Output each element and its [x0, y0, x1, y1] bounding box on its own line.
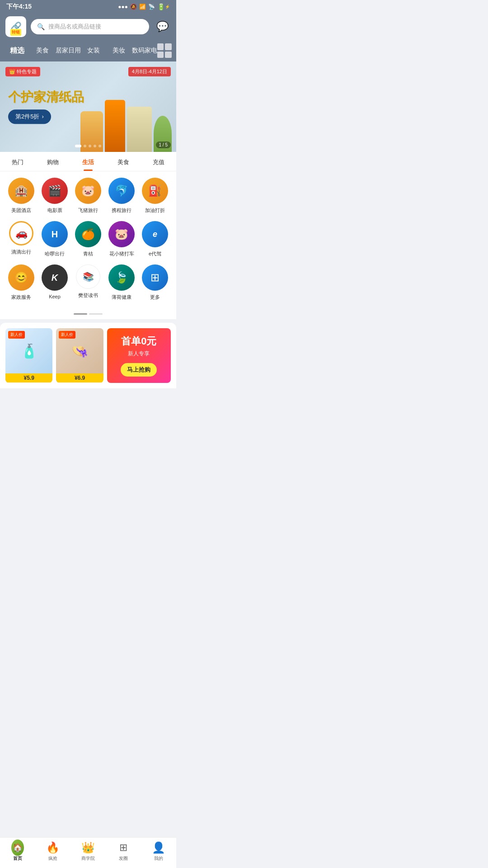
- banner-dot-5: [99, 145, 101, 147]
- banner-date: 4月8日-4月12日: [128, 67, 171, 76]
- service-didi[interactable]: 🚗 滴滴出行: [6, 221, 36, 257]
- more-icon: ⊞: [142, 264, 168, 291]
- cat-tab-food[interactable]: 美食: [106, 156, 141, 171]
- banner-title: 个护家清纸品: [8, 90, 84, 105]
- gas-label: 加油打折: [145, 207, 165, 214]
- category-tabs: 热门 购物 生活 美食 充值: [0, 152, 176, 171]
- product-section: 🧴 新人价 ¥5.9 👒 新人价 ¥6.9 首单0元 新人专享 马上抢购: [0, 323, 176, 388]
- promo-title: 首单0元: [121, 335, 156, 348]
- keep-label: Keep: [49, 294, 61, 299]
- service-row-2: 🚗 滴滴出行 H 哈啰出行 🍊 青桔 🐷 花小猪打车 e e代驾: [5, 221, 172, 257]
- signal-bars: 📶: [139, 4, 146, 10]
- jiazh-label: 家政服务: [11, 294, 31, 301]
- fendeng-icon: 📚: [76, 264, 100, 289]
- nav-grid-button[interactable]: [157, 43, 172, 58]
- service-huaxiaochu[interactable]: 🐷 花小猪打车: [107, 221, 136, 257]
- search-icon: 🔍: [37, 23, 45, 30]
- gas-icon: ⛽: [142, 178, 168, 204]
- movie-icon: 🎬: [42, 178, 68, 204]
- logo-label: 转链: [10, 29, 21, 36]
- service-bohe[interactable]: 🍃 薄荷健康: [107, 264, 136, 301]
- status-indicators: ●●● 🔕 📶 📡 🔋 ⚡: [118, 3, 170, 10]
- didi-label: 滴滴出行: [11, 249, 31, 255]
- service-hello[interactable]: H 哈啰出行: [40, 221, 70, 257]
- header: 🔗 转链 🔍 搜商品名或商品链接 💬: [0, 13, 176, 42]
- feizhu-icon: 🐷: [75, 178, 101, 204]
- huaxiaochu-icon: 🐷: [108, 221, 135, 247]
- product-card-2[interactable]: 👒 新人价 ¥6.9: [56, 328, 103, 383]
- bohe-label: 薄荷健康: [112, 294, 131, 301]
- nav-tab-jiaju[interactable]: 居家日用: [56, 45, 81, 57]
- service-qingju[interactable]: 🍊 青桔: [73, 221, 103, 257]
- nav-tab-meishi[interactable]: 美食: [30, 45, 55, 57]
- meituan-icon: 🏨: [8, 178, 34, 204]
- ctrip-icon: 🐬: [108, 178, 135, 204]
- qingju-icon: 🍊: [75, 221, 101, 247]
- cat-tab-life[interactable]: 生活: [70, 156, 106, 171]
- service-grid: 🏨 美团酒店 🎬 电影票 🐷 飞猪旅行 🐬 携程旅行 ⛽ 加油打折 🚗 滴滴出行…: [0, 171, 176, 311]
- fendeng-label: 樊登读书: [78, 292, 98, 299]
- mute-icon: 🔕: [130, 4, 137, 10]
- hello-label: 哈啰出行: [45, 250, 65, 257]
- battery-icon: 🔋: [157, 3, 165, 10]
- jiazh-icon: 😊: [8, 264, 34, 291]
- signal-dots: ●●●: [118, 4, 128, 10]
- nav-tab-jingxuan[interactable]: 精选: [5, 44, 30, 57]
- service-gas[interactable]: ⛽ 加油打折: [140, 178, 170, 214]
- banner-text-area: 个护家清纸品 第2件5折 ›: [8, 90, 84, 124]
- banner-dot-2: [84, 145, 86, 147]
- service-meituan[interactable]: 🏨 美团酒店: [6, 178, 36, 214]
- ctrip-label: 携程旅行: [112, 207, 131, 214]
- scroll-indicator: [0, 311, 176, 319]
- huaxiaochu-label: 花小猪打车: [109, 250, 134, 257]
- nav-tab-nvzhuang[interactable]: 女装: [81, 45, 106, 57]
- product-card-1[interactable]: 🧴 新人价 ¥5.9: [5, 328, 52, 383]
- promo-button[interactable]: 马上抢购: [121, 363, 157, 377]
- service-edaijia[interactable]: e e代驾: [140, 221, 170, 257]
- banner-background: 👑 特色专题 4月8日-4月12日 个护家清纸品 第2件5折 › 1 / 5: [0, 61, 176, 152]
- search-placeholder-text: 搜商品名或商品链接: [48, 23, 101, 31]
- keep-icon: K: [42, 264, 68, 291]
- charging-icon: ⚡: [165, 5, 170, 9]
- nav-tab-digital[interactable]: 数码家电: [132, 45, 157, 57]
- edaijia-icon: e: [142, 221, 168, 247]
- service-more[interactable]: ⊞ 更多: [140, 264, 170, 301]
- product-price-2: ¥6.9: [56, 373, 103, 382]
- service-movie[interactable]: 🎬 电影票: [40, 178, 70, 214]
- promo-card[interactable]: 首单0元 新人专享 马上抢购: [107, 328, 171, 383]
- meituan-label: 美团酒店: [11, 207, 31, 214]
- banner-dots: [75, 145, 101, 147]
- promo-subtitle: 新人专享: [128, 350, 150, 358]
- wifi-icon: 📡: [148, 4, 155, 10]
- movie-label: 电影票: [47, 207, 62, 214]
- didi-icon: 🚗: [9, 221, 33, 245]
- hello-icon: H: [42, 221, 68, 247]
- product-grid: 🧴 新人价 ¥5.9 👒 新人价 ¥6.9 首单0元 新人专享 马上抢购: [5, 328, 171, 383]
- scroll-dot-2: [89, 313, 103, 315]
- service-fendeng[interactable]: 📚 樊登读书: [73, 264, 103, 301]
- chat-bubble-icon: 💬: [156, 21, 169, 33]
- cat-tab-recharge[interactable]: 充值: [141, 156, 176, 171]
- banner-dot-1: [75, 145, 81, 147]
- cat-tab-shopping[interactable]: 购物: [35, 156, 70, 171]
- product-badge-2: 新人价: [59, 331, 75, 339]
- search-bar[interactable]: 🔍 搜商品名或商品链接: [31, 19, 149, 34]
- service-jiazh[interactable]: 😊 家政服务: [6, 264, 36, 301]
- service-keep[interactable]: K Keep: [40, 264, 70, 301]
- cat-tab-hotspot[interactable]: 热门: [0, 156, 35, 171]
- chat-button[interactable]: 💬: [154, 18, 171, 35]
- banner[interactable]: 👑 特色专题 4月8日-4月12日 个护家清纸品 第2件5折 › 1 / 5: [0, 61, 176, 152]
- service-row-1: 🏨 美团酒店 🎬 电影票 🐷 飞猪旅行 🐬 携程旅行 ⛽ 加油打折: [5, 178, 172, 214]
- banner-dot-4: [94, 145, 96, 147]
- product-badge-1: 新人价: [8, 331, 25, 339]
- service-row-3: 😊 家政服务 K Keep 📚 樊登读书 🍃 薄荷健康 ⊞ 更多: [5, 264, 172, 301]
- logo-box[interactable]: 🔗 转链: [5, 16, 26, 37]
- scroll-dot-1: [74, 313, 87, 315]
- service-feizhu[interactable]: 🐷 飞猪旅行: [73, 178, 103, 214]
- qingju-label: 青桔: [83, 250, 93, 257]
- banner-cta-button[interactable]: 第2件5折 ›: [8, 109, 51, 124]
- nav-tab-meizhuang[interactable]: 美妆: [106, 45, 131, 57]
- service-ctrip[interactable]: 🐬 携程旅行: [107, 178, 136, 214]
- banner-indicator: 1 / 5: [156, 142, 171, 148]
- nav-tabs: 精选 美食 居家日用 女装 美妆 数码家电: [0, 42, 176, 61]
